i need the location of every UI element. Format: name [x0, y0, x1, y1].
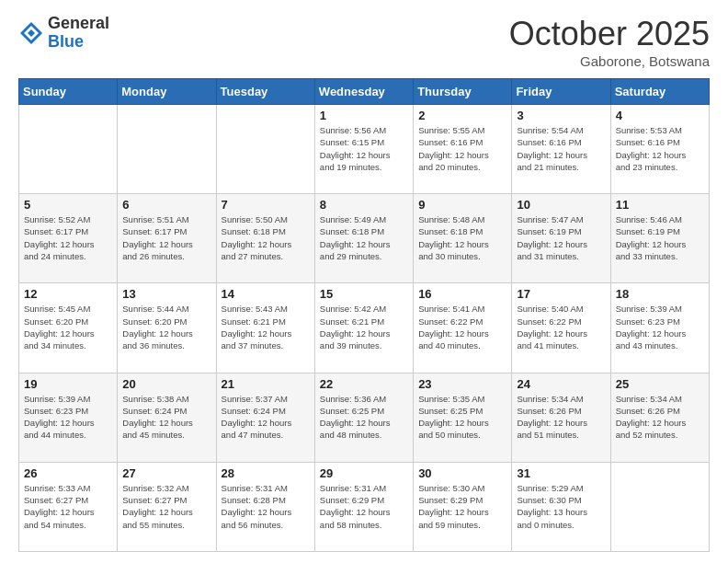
month-title: October 2025 [509, 15, 710, 53]
calendar-cell: 6Sunrise: 5:51 AM Sunset: 6:17 PM Daylig… [118, 194, 216, 283]
day-info: Sunrise: 5:46 AM Sunset: 6:19 PM Dayligh… [616, 213, 704, 262]
calendar-cell [610, 462, 709, 551]
calendar-cell: 5Sunrise: 5:52 AM Sunset: 6:17 PM Daylig… [19, 194, 118, 283]
day-info: Sunrise: 5:55 AM Sunset: 6:16 PM Dayligh… [418, 124, 506, 173]
weekday-header: Thursday [414, 79, 512, 105]
calendar-cell: 16Sunrise: 5:41 AM Sunset: 6:22 PM Dayli… [414, 283, 512, 373]
day-info: Sunrise: 5:54 AM Sunset: 6:16 PM Dayligh… [517, 124, 605, 173]
day-number: 2 [418, 109, 506, 122]
day-number: 6 [122, 198, 210, 212]
weekday-header: Friday [512, 79, 610, 105]
day-info: Sunrise: 5:40 AM Sunset: 6:22 PM Dayligh… [517, 303, 605, 351]
calendar-cell: 13Sunrise: 5:44 AM Sunset: 6:20 PM Dayli… [118, 283, 216, 373]
day-info: Sunrise: 5:34 AM Sunset: 6:26 PM Dayligh… [616, 393, 704, 442]
calendar-cell: 26Sunrise: 5:33 AM Sunset: 6:27 PM Dayli… [19, 462, 118, 551]
calendar-cell: 9Sunrise: 5:48 AM Sunset: 6:18 PM Daylig… [414, 194, 512, 283]
calendar-week-row: 1Sunrise: 5:56 AM Sunset: 6:15 PM Daylig… [19, 105, 710, 194]
day-info: Sunrise: 5:49 AM Sunset: 6:18 PM Dayligh… [320, 213, 408, 262]
weekday-header: Saturday [610, 79, 709, 105]
calendar-cell: 11Sunrise: 5:46 AM Sunset: 6:19 PM Dayli… [610, 194, 709, 283]
calendar-cell: 14Sunrise: 5:43 AM Sunset: 6:21 PM Dayli… [216, 283, 314, 373]
day-number: 28 [222, 466, 310, 480]
weekday-header: Sunday [19, 79, 118, 105]
day-info: Sunrise: 5:50 AM Sunset: 6:18 PM Dayligh… [222, 213, 310, 262]
day-info: Sunrise: 5:47 AM Sunset: 6:19 PM Dayligh… [517, 213, 605, 262]
logo: General Blue [18, 15, 109, 52]
day-info: Sunrise: 5:45 AM Sunset: 6:20 PM Dayligh… [24, 303, 112, 351]
day-number: 9 [418, 198, 506, 212]
day-info: Sunrise: 5:39 AM Sunset: 6:23 PM Dayligh… [24, 393, 112, 442]
calendar-cell: 27Sunrise: 5:32 AM Sunset: 6:27 PM Dayli… [118, 462, 216, 551]
day-number: 19 [24, 377, 112, 391]
location: Gaborone, Botswana [509, 53, 710, 69]
day-number: 31 [517, 466, 605, 480]
day-number: 27 [122, 466, 210, 480]
calendar-cell: 4Sunrise: 5:53 AM Sunset: 6:16 PM Daylig… [610, 105, 709, 194]
day-info: Sunrise: 5:31 AM Sunset: 6:29 PM Dayligh… [320, 482, 408, 531]
day-number: 4 [616, 109, 704, 122]
day-number: 8 [320, 198, 408, 212]
day-info: Sunrise: 5:51 AM Sunset: 6:17 PM Dayligh… [122, 213, 210, 262]
day-info: Sunrise: 5:56 AM Sunset: 6:15 PM Dayligh… [320, 124, 408, 173]
day-number: 23 [418, 377, 506, 391]
day-info: Sunrise: 5:34 AM Sunset: 6:26 PM Dayligh… [517, 393, 605, 442]
calendar-cell: 21Sunrise: 5:37 AM Sunset: 6:24 PM Dayli… [216, 373, 314, 462]
day-info: Sunrise: 5:43 AM Sunset: 6:21 PM Dayligh… [222, 303, 310, 351]
day-number: 16 [418, 287, 506, 301]
weekday-header: Monday [118, 79, 216, 105]
calendar-table: SundayMondayTuesdayWednesdayThursdayFrid… [18, 78, 710, 552]
day-info: Sunrise: 5:53 AM Sunset: 6:16 PM Dayligh… [616, 124, 704, 173]
day-info: Sunrise: 5:29 AM Sunset: 6:30 PM Dayligh… [517, 482, 605, 531]
day-number: 18 [616, 287, 704, 301]
calendar-cell [118, 105, 216, 194]
day-number: 24 [517, 377, 605, 391]
calendar-cell: 29Sunrise: 5:31 AM Sunset: 6:29 PM Dayli… [314, 462, 413, 551]
day-number: 26 [24, 466, 112, 480]
logo-text: General Blue [48, 15, 109, 52]
calendar-cell: 17Sunrise: 5:40 AM Sunset: 6:22 PM Dayli… [512, 283, 610, 373]
calendar-cell [216, 105, 314, 194]
day-number: 17 [517, 287, 605, 301]
day-number: 10 [517, 198, 605, 212]
day-info: Sunrise: 5:38 AM Sunset: 6:24 PM Dayligh… [122, 393, 210, 442]
logo-blue: Blue [48, 33, 109, 52]
calendar-cell: 2Sunrise: 5:55 AM Sunset: 6:16 PM Daylig… [414, 105, 512, 194]
day-number: 12 [24, 287, 112, 301]
logo-general: General [48, 15, 109, 33]
calendar-cell: 22Sunrise: 5:36 AM Sunset: 6:25 PM Dayli… [314, 373, 413, 462]
calendar-week-row: 5Sunrise: 5:52 AM Sunset: 6:17 PM Daylig… [19, 194, 710, 283]
day-number: 15 [320, 287, 408, 301]
weekday-header: Tuesday [216, 79, 314, 105]
day-number: 3 [517, 109, 605, 122]
day-info: Sunrise: 5:42 AM Sunset: 6:21 PM Dayligh… [320, 303, 408, 351]
calendar-cell: 1Sunrise: 5:56 AM Sunset: 6:15 PM Daylig… [314, 105, 413, 194]
page-header: General Blue October 2025 Gaborone, Bots… [18, 15, 710, 69]
calendar-cell [19, 105, 118, 194]
day-info: Sunrise: 5:39 AM Sunset: 6:23 PM Dayligh… [616, 303, 704, 351]
calendar-week-row: 26Sunrise: 5:33 AM Sunset: 6:27 PM Dayli… [19, 462, 710, 551]
calendar-cell: 28Sunrise: 5:31 AM Sunset: 6:28 PM Dayli… [216, 462, 314, 551]
day-info: Sunrise: 5:31 AM Sunset: 6:28 PM Dayligh… [222, 482, 310, 531]
calendar-cell: 18Sunrise: 5:39 AM Sunset: 6:23 PM Dayli… [610, 283, 709, 373]
day-number: 1 [320, 109, 408, 122]
day-info: Sunrise: 5:35 AM Sunset: 6:25 PM Dayligh… [418, 393, 506, 442]
day-info: Sunrise: 5:30 AM Sunset: 6:29 PM Dayligh… [418, 482, 506, 531]
day-number: 29 [320, 466, 408, 480]
calendar-cell: 7Sunrise: 5:50 AM Sunset: 6:18 PM Daylig… [216, 194, 314, 283]
calendar-cell: 19Sunrise: 5:39 AM Sunset: 6:23 PM Dayli… [19, 373, 118, 462]
day-info: Sunrise: 5:44 AM Sunset: 6:20 PM Dayligh… [122, 303, 210, 351]
calendar-cell: 25Sunrise: 5:34 AM Sunset: 6:26 PM Dayli… [610, 373, 709, 462]
day-number: 13 [122, 287, 210, 301]
day-number: 30 [418, 466, 506, 480]
day-info: Sunrise: 5:41 AM Sunset: 6:22 PM Dayligh… [418, 303, 506, 351]
day-number: 21 [222, 377, 310, 391]
weekday-header-row: SundayMondayTuesdayWednesdayThursdayFrid… [19, 79, 710, 105]
calendar-cell: 31Sunrise: 5:29 AM Sunset: 6:30 PM Dayli… [512, 462, 610, 551]
day-info: Sunrise: 5:32 AM Sunset: 6:27 PM Dayligh… [122, 482, 210, 531]
logo-icon [18, 20, 44, 46]
calendar-week-row: 12Sunrise: 5:45 AM Sunset: 6:20 PM Dayli… [19, 283, 710, 373]
day-info: Sunrise: 5:48 AM Sunset: 6:18 PM Dayligh… [418, 213, 506, 262]
day-number: 5 [24, 198, 112, 212]
day-info: Sunrise: 5:52 AM Sunset: 6:17 PM Dayligh… [24, 213, 112, 262]
calendar-cell: 24Sunrise: 5:34 AM Sunset: 6:26 PM Dayli… [512, 373, 610, 462]
